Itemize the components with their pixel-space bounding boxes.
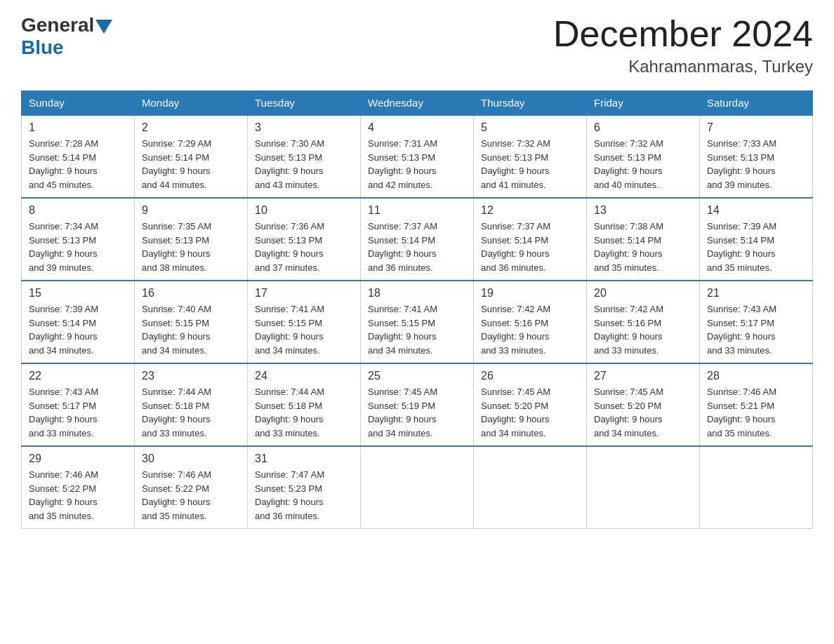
day-info: Sunrise: 7:35 AM Sunset: 5:13 PM Dayligh… — [142, 220, 240, 274]
day-number: 31 — [255, 452, 353, 465]
calendar-week-row: 8 Sunrise: 7:34 AM Sunset: 5:13 PM Dayli… — [22, 198, 813, 281]
day-info: Sunrise: 7:45 AM Sunset: 5:19 PM Dayligh… — [368, 385, 466, 440]
day-number: 2 — [142, 121, 240, 134]
day-number: 4 — [368, 121, 466, 134]
day-info: Sunrise: 7:30 AM Sunset: 5:13 PM Dayligh… — [255, 137, 353, 192]
day-number: 1 — [29, 121, 127, 134]
day-info: Sunrise: 7:40 AM Sunset: 5:15 PM Dayligh… — [142, 302, 240, 357]
day-number: 18 — [368, 287, 466, 300]
calendar-cell: 11 Sunrise: 7:37 AM Sunset: 5:14 PM Dayl… — [361, 198, 474, 281]
calendar-cell: 8 Sunrise: 7:34 AM Sunset: 5:13 PM Dayli… — [22, 198, 135, 281]
calendar-cell: 27 Sunrise: 7:45 AM Sunset: 5:20 PM Dayl… — [587, 363, 700, 446]
day-number: 21 — [707, 287, 805, 300]
day-info: Sunrise: 7:46 AM Sunset: 5:22 PM Dayligh… — [142, 468, 240, 523]
calendar-title: December 2024 — [553, 14, 813, 54]
day-info: Sunrise: 7:34 AM Sunset: 5:13 PM Dayligh… — [29, 220, 127, 274]
calendar-week-row: 15 Sunrise: 7:39 AM Sunset: 5:14 PM Dayl… — [22, 281, 813, 363]
calendar-cell: 13 Sunrise: 7:38 AM Sunset: 5:14 PM Dayl… — [587, 198, 700, 281]
column-header-thursday: Thursday — [474, 91, 587, 116]
day-number: 3 — [255, 121, 353, 134]
day-number: 29 — [29, 452, 127, 465]
calendar-week-row: 29 Sunrise: 7:46 AM Sunset: 5:22 PM Dayl… — [22, 446, 813, 529]
day-info: Sunrise: 7:28 AM Sunset: 5:14 PM Dayligh… — [29, 137, 127, 192]
day-number: 30 — [142, 452, 240, 465]
day-number: 8 — [29, 204, 127, 217]
logo: General Blue — [21, 14, 112, 59]
column-header-sunday: Sunday — [22, 91, 135, 116]
calendar-cell: 12 Sunrise: 7:37 AM Sunset: 5:14 PM Dayl… — [474, 198, 587, 281]
logo-arrow-icon — [95, 20, 112, 34]
calendar-cell: 31 Sunrise: 7:47 AM Sunset: 5:23 PM Dayl… — [248, 446, 361, 529]
day-number: 23 — [142, 370, 240, 382]
day-number: 10 — [255, 204, 353, 217]
calendar-cell: 16 Sunrise: 7:40 AM Sunset: 5:15 PM Dayl… — [135, 281, 248, 363]
logo-general-text: General — [21, 14, 94, 36]
day-info: Sunrise: 7:41 AM Sunset: 5:15 PM Dayligh… — [368, 302, 466, 357]
column-header-wednesday: Wednesday — [361, 91, 474, 116]
day-number: 27 — [594, 370, 692, 382]
calendar-cell: 24 Sunrise: 7:44 AM Sunset: 5:18 PM Dayl… — [248, 363, 361, 446]
calendar-cell: 9 Sunrise: 7:35 AM Sunset: 5:13 PM Dayli… — [135, 198, 248, 281]
day-info: Sunrise: 7:46 AM Sunset: 5:22 PM Dayligh… — [29, 468, 127, 523]
calendar-cell: 29 Sunrise: 7:46 AM Sunset: 5:22 PM Dayl… — [22, 446, 135, 529]
day-info: Sunrise: 7:37 AM Sunset: 5:14 PM Dayligh… — [368, 220, 466, 274]
column-header-monday: Monday — [135, 91, 248, 116]
calendar-cell — [587, 446, 700, 529]
day-number: 12 — [481, 204, 579, 217]
day-info: Sunrise: 7:41 AM Sunset: 5:15 PM Dayligh… — [255, 302, 353, 357]
day-info: Sunrise: 7:32 AM Sunset: 5:13 PM Dayligh… — [594, 137, 692, 192]
calendar-cell: 1 Sunrise: 7:28 AM Sunset: 5:14 PM Dayli… — [22, 115, 135, 198]
day-number: 13 — [594, 204, 692, 217]
calendar-cell: 17 Sunrise: 7:41 AM Sunset: 5:15 PM Dayl… — [248, 281, 361, 363]
calendar-cell: 3 Sunrise: 7:30 AM Sunset: 5:13 PM Dayli… — [248, 115, 361, 198]
day-info: Sunrise: 7:39 AM Sunset: 5:14 PM Dayligh… — [29, 302, 127, 357]
day-info: Sunrise: 7:31 AM Sunset: 5:13 PM Dayligh… — [368, 137, 466, 192]
day-info: Sunrise: 7:42 AM Sunset: 5:16 PM Dayligh… — [481, 302, 579, 357]
day-number: 17 — [255, 287, 353, 300]
column-header-tuesday: Tuesday — [248, 91, 361, 116]
day-number: 25 — [368, 370, 466, 382]
calendar-cell: 30 Sunrise: 7:46 AM Sunset: 5:22 PM Dayl… — [135, 446, 248, 529]
day-number: 7 — [707, 121, 805, 134]
calendar-cell: 10 Sunrise: 7:36 AM Sunset: 5:13 PM Dayl… — [248, 198, 361, 281]
calendar-cell: 7 Sunrise: 7:33 AM Sunset: 5:13 PM Dayli… — [700, 115, 813, 198]
column-header-friday: Friday — [587, 91, 700, 116]
day-number: 9 — [142, 204, 240, 217]
day-info: Sunrise: 7:45 AM Sunset: 5:20 PM Dayligh… — [481, 385, 579, 440]
day-info: Sunrise: 7:38 AM Sunset: 5:14 PM Dayligh… — [594, 220, 692, 274]
calendar-cell: 20 Sunrise: 7:42 AM Sunset: 5:16 PM Dayl… — [587, 281, 700, 363]
calendar-cell: 15 Sunrise: 7:39 AM Sunset: 5:14 PM Dayl… — [22, 281, 135, 363]
day-info: Sunrise: 7:37 AM Sunset: 5:14 PM Dayligh… — [481, 220, 579, 274]
calendar-cell: 14 Sunrise: 7:39 AM Sunset: 5:14 PM Dayl… — [700, 198, 813, 281]
calendar-cell — [474, 446, 587, 529]
calendar-cell: 5 Sunrise: 7:32 AM Sunset: 5:13 PM Dayli… — [474, 115, 587, 198]
day-number: 14 — [707, 204, 805, 217]
calendar-cell: 18 Sunrise: 7:41 AM Sunset: 5:15 PM Dayl… — [361, 281, 474, 363]
calendar-table: SundayMondayTuesdayWednesdayThursdayFrid… — [21, 90, 813, 529]
calendar-cell: 22 Sunrise: 7:43 AM Sunset: 5:17 PM Dayl… — [22, 363, 135, 446]
page-header: General Blue December 2024 Kahramanmaras… — [21, 14, 813, 76]
calendar-cell: 4 Sunrise: 7:31 AM Sunset: 5:13 PM Dayli… — [361, 115, 474, 198]
day-info: Sunrise: 7:46 AM Sunset: 5:21 PM Dayligh… — [707, 385, 805, 440]
day-number: 15 — [29, 287, 127, 300]
calendar-cell: 28 Sunrise: 7:46 AM Sunset: 5:21 PM Dayl… — [700, 363, 813, 446]
day-info: Sunrise: 7:39 AM Sunset: 5:14 PM Dayligh… — [707, 220, 805, 274]
calendar-cell: 26 Sunrise: 7:45 AM Sunset: 5:20 PM Dayl… — [474, 363, 587, 446]
day-number: 22 — [29, 370, 127, 382]
day-number: 26 — [481, 370, 579, 382]
day-number: 16 — [142, 287, 240, 300]
calendar-cell: 21 Sunrise: 7:43 AM Sunset: 5:17 PM Dayl… — [700, 281, 813, 363]
calendar-header-row: SundayMondayTuesdayWednesdayThursdayFrid… — [22, 91, 813, 116]
day-info: Sunrise: 7:33 AM Sunset: 5:13 PM Dayligh… — [707, 137, 805, 192]
calendar-cell: 6 Sunrise: 7:32 AM Sunset: 5:13 PM Dayli… — [587, 115, 700, 198]
logo-blue-text: Blue — [21, 36, 64, 59]
day-info: Sunrise: 7:32 AM Sunset: 5:13 PM Dayligh… — [481, 137, 579, 192]
day-info: Sunrise: 7:29 AM Sunset: 5:14 PM Dayligh… — [142, 137, 240, 192]
column-header-saturday: Saturday — [700, 91, 813, 116]
title-block: December 2024 Kahramanmaras, Turkey — [553, 14, 813, 76]
calendar-subtitle: Kahramanmaras, Turkey — [553, 57, 813, 76]
day-info: Sunrise: 7:43 AM Sunset: 5:17 PM Dayligh… — [29, 385, 127, 440]
day-info: Sunrise: 7:42 AM Sunset: 5:16 PM Dayligh… — [594, 302, 692, 357]
calendar-cell: 23 Sunrise: 7:44 AM Sunset: 5:18 PM Dayl… — [135, 363, 248, 446]
day-number: 5 — [481, 121, 579, 134]
